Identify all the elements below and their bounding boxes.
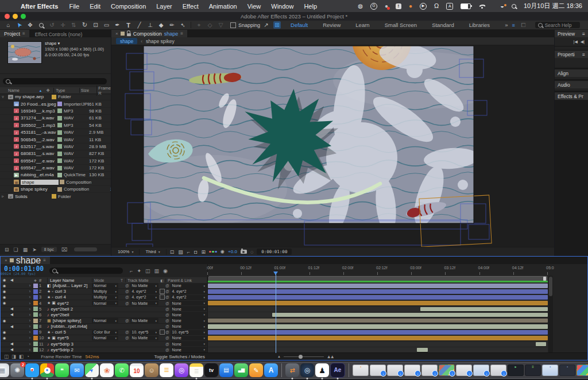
expand-chevron-icon[interactable]: › bbox=[22, 342, 32, 346]
minimized-window-download[interactable]: ↓ bbox=[370, 365, 386, 376]
delete-item-icon[interactable]: ⌧ bbox=[61, 247, 67, 253]
label-color-swatch[interactable] bbox=[57, 130, 62, 135]
label-column-icon[interactable]: ❖ bbox=[46, 88, 53, 93]
lock-icon[interactable] bbox=[127, 33, 131, 36]
layer-name[interactable]: ★ ▫ curl 4 bbox=[47, 294, 92, 300]
layer-duration-bar[interactable] bbox=[420, 307, 548, 312]
layer-track[interactable] bbox=[208, 318, 548, 324]
layer-label-swatch[interactable] bbox=[33, 324, 38, 329]
minimized-colorful-window[interactable]: ↓ bbox=[577, 365, 588, 376]
tab-preview[interactable]: Preview ≡ bbox=[555, 30, 588, 37]
layer-name[interactable]: ★ ▣ eye*2 bbox=[47, 301, 92, 306]
color-channels-icon[interactable] bbox=[209, 251, 217, 253]
parent-link-dropdown[interactable]: None▾ bbox=[171, 283, 207, 288]
layer-name[interactable]: ♪ eye*2bell 2 bbox=[47, 307, 92, 312]
expand-inout-icon[interactable]: ◧ bbox=[19, 354, 24, 359]
expand-chevron-icon[interactable]: › bbox=[22, 307, 32, 311]
label-color-swatch[interactable] bbox=[57, 144, 62, 149]
file-name[interactable]: 695547__.e.wav bbox=[21, 158, 56, 164]
layer-name[interactable]: ▦ [shape spikey] bbox=[47, 318, 92, 323]
matte-pickwhip-icon[interactable]: @ bbox=[125, 289, 129, 293]
track-matte-dropdown[interactable]: No Matte▾ bbox=[130, 283, 158, 288]
matte-pickwhip-icon[interactable]: @ bbox=[125, 330, 129, 334]
layer-row[interactable]: ◀ › 11 ♪ eye*5drip 3 ▾ @ bbox=[1, 342, 207, 347]
playhead[interactable] bbox=[276, 272, 276, 353]
hand-tool[interactable]: ✥ bbox=[25, 21, 35, 29]
breadcrumb-parent[interactable]: shape spikey bbox=[146, 38, 175, 44]
blend-mode-dropdown[interactable]: Normal▾ bbox=[92, 336, 118, 341]
expand-chevron-icon[interactable]: › bbox=[22, 301, 32, 305]
layer-name[interactable]: ◧ [Adjust... Layer 2] bbox=[47, 283, 92, 288]
current-time-display[interactable]: 0:00:01:00 bbox=[257, 249, 292, 255]
label-color-swatch[interactable] bbox=[60, 180, 64, 184]
eye-toggle[interactable]: ◉ bbox=[1, 319, 8, 323]
brush-tool[interactable]: ╱ bbox=[134, 21, 144, 29]
file-name[interactable]: 20 Food...es.jpeg bbox=[21, 102, 56, 107]
layer-label-swatch[interactable] bbox=[33, 301, 38, 305]
project-row[interactable]: ▿ ▰ my shape.aep Folder bbox=[0, 94, 111, 100]
track-matte-dropdown[interactable]: 4. eye*2▾ bbox=[130, 289, 158, 294]
launchpad[interactable]: ▦ ↓ bbox=[0, 363, 9, 377]
comp-label-color[interactable] bbox=[121, 32, 125, 36]
expand-chevron-icon[interactable]: › bbox=[22, 348, 32, 352]
audio-toggle[interactable]: ◀ bbox=[8, 342, 16, 346]
menubar-item[interactable]: Window bbox=[266, 3, 299, 10]
layer-row[interactable]: ◀ › 6 ♪ eye*2bell ▾ @ ▾ bbox=[1, 312, 207, 318]
timeline-search-field[interactable] bbox=[49, 267, 123, 274]
layer-label-swatch[interactable] bbox=[33, 307, 38, 311]
pan-camera-tool[interactable]: ✛ bbox=[58, 21, 68, 29]
calendar[interactable]: 10 ↓ bbox=[130, 363, 144, 377]
parent-pickwhip-icon[interactable]: @ bbox=[165, 284, 169, 288]
puppet-pin-tool[interactable]: ➴ bbox=[178, 21, 188, 29]
label-color-swatch[interactable] bbox=[57, 102, 62, 106]
layer-row[interactable]: ◀ › 8 ♪ [rubbin...rpet.m4a] ▾ @ bbox=[1, 324, 207, 329]
minimized-window-download[interactable]: ↓ bbox=[421, 365, 438, 376]
label-color-swatch[interactable] bbox=[57, 152, 62, 156]
qq[interactable]: ♟ ↓ bbox=[315, 363, 329, 377]
layer-name[interactable]: ★ ▣ eye*5 bbox=[47, 335, 92, 340]
exposure-icon[interactable]: ✺ bbox=[220, 249, 225, 255]
view-layout-icon[interactable]: ⊞ bbox=[202, 249, 206, 255]
menubar-item[interactable]: Animation bbox=[204, 3, 242, 10]
close-tab-icon[interactable]: × bbox=[5, 258, 7, 263]
current-timecode[interactable]: 0:00:01:00 bbox=[4, 266, 44, 272]
parent-link-dropdown[interactable]: None▾ bbox=[171, 336, 207, 341]
file-name[interactable]: shape spikey bbox=[21, 187, 56, 192]
layer-label-swatch[interactable] bbox=[33, 330, 38, 335]
row-chevron-icon[interactable]: ▹ bbox=[0, 194, 6, 199]
label-color-swatch[interactable] bbox=[57, 187, 62, 192]
podcasts[interactable]: ◎ ↓ bbox=[175, 363, 188, 377]
layer-label-swatch[interactable] bbox=[33, 295, 38, 300]
track-matte-dropdown[interactable]: No Matte▾ bbox=[130, 301, 158, 306]
layer-label-swatch[interactable] bbox=[33, 319, 38, 323]
parent-link-dropdown[interactable]: None▾ bbox=[171, 318, 207, 323]
expand-chevron-icon[interactable]: › bbox=[22, 324, 32, 328]
tab-audio[interactable]: Audio bbox=[555, 81, 588, 88]
parent-pickwhip-icon[interactable]: @ bbox=[165, 307, 169, 311]
layer-duration-bar[interactable] bbox=[417, 348, 428, 352]
track-matte-dropdown[interactable]: No Matte▾ bbox=[130, 336, 158, 341]
zoom-slider-thumb[interactable] bbox=[299, 355, 303, 359]
minimized-code-window[interactable]: ≡ ↓ bbox=[525, 365, 541, 376]
contacts[interactable]: ☺ ↓ bbox=[145, 363, 158, 377]
project-row[interactable]: ♪ 169349__.k.mp3 MP3 98 KB bbox=[0, 108, 111, 115]
label-color-swatch[interactable] bbox=[57, 137, 62, 142]
layer-label-swatch[interactable] bbox=[33, 336, 38, 340]
grid-options-icon[interactable]: ⊞ bbox=[272, 21, 282, 29]
parent-link-dropdown[interactable]: None▾ bbox=[171, 307, 207, 312]
blend-mode-dropdown[interactable]: Normal▾ bbox=[92, 301, 118, 306]
type-tool[interactable]: T bbox=[123, 21, 133, 29]
g-app-icon[interactable]: G bbox=[370, 3, 377, 10]
layer-name-column[interactable]: Layer Name bbox=[47, 278, 92, 283]
expand-chevron-icon[interactable]: › bbox=[22, 289, 32, 293]
workspace-tab[interactable]: Standard bbox=[424, 22, 462, 28]
expand-layer-switches-icon[interactable]: ◫ bbox=[4, 354, 9, 359]
parent-pickwhip-icon[interactable]: @ bbox=[165, 319, 169, 323]
hide-shy-layers-icon[interactable]: ◫ bbox=[145, 268, 150, 274]
layer-row[interactable]: ◀ › 5 ♪ eye*2bell 2 ▾ @ ▾ bbox=[1, 307, 207, 312]
label-color-swatch[interactable] bbox=[57, 116, 62, 121]
user-switch-icon[interactable]: ◒ bbox=[500, 3, 504, 9]
facetime[interactable]: ✆ ↓ bbox=[115, 363, 129, 377]
audio-toggle[interactable]: ◀ bbox=[8, 312, 16, 317]
mask-visibility-icon[interactable]: ◘ bbox=[194, 249, 197, 255]
